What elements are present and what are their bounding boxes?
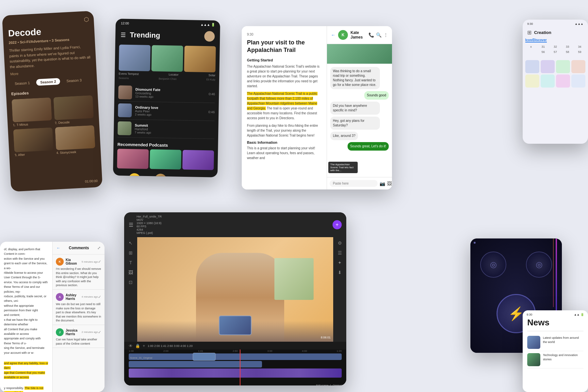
chat-input[interactable] [330, 180, 378, 187]
grid-num-x: x [525, 44, 537, 49]
timeline-timecode: 1:00 2:00 1:41 2:60 3:00 4:00 1:20 [148, 344, 193, 348]
next-button[interactable]: ⏭ [145, 176, 151, 177]
grid-num-33: 33 [562, 44, 573, 49]
neon-line-2 [553, 238, 554, 307]
grid-icon: ⊞ [527, 29, 531, 36]
icon-cell-2[interactable] [541, 60, 555, 73]
video-download-icon[interactable]: ⬇ [338, 270, 342, 275]
hamburger-icon[interactable]: ☰ [121, 31, 126, 39]
video-layers-icon[interactable]: ☰ [338, 250, 342, 255]
now-playing-title: Book the First [169, 176, 196, 177]
lightning-icon: ⚡ [508, 306, 524, 321]
episode-1[interactable]: 1. T-Minus [12, 97, 52, 127]
comment-2-check[interactable]: ✓ [98, 295, 101, 299]
icon-cell-8[interactable] [571, 74, 585, 88]
play-pause-button[interactable]: ⏸ [128, 173, 140, 177]
creation-tabs: Icon/Discover [523, 38, 588, 42]
back-button[interactable]: ← [331, 32, 335, 38]
video-effects-icon[interactable]: ✦ [338, 260, 342, 265]
icon-cell-4[interactable] [571, 60, 585, 73]
music-featured-grid [115, 44, 220, 73]
creation-title: Creation [534, 30, 551, 35]
document-content: of, display, and perform that Content in… [0, 242, 52, 392]
video-track-2[interactable] [129, 361, 262, 368]
chat-msg-2: Sounds good [364, 91, 389, 100]
icon-cell-5[interactable] [525, 74, 539, 88]
icon-cell-3[interactable] [556, 60, 570, 73]
comments-title: Comments [69, 246, 89, 250]
episode-4[interactable]: 4. Stonycreek [55, 125, 95, 155]
video-cursor-icon[interactable]: ↖ [129, 240, 133, 246]
chat-msg-4: Hey, got any plans for Saturday? [330, 117, 380, 130]
camera-control-1[interactable]: ◎ [480, 252, 506, 278]
track-item-1[interactable]: Dismount Fate Grouseling 13 weeks ago 0:… [118, 83, 215, 103]
attachment-icon[interactable]: 🖼 [387, 181, 392, 186]
podcast-thumb-1[interactable] [117, 149, 149, 169]
comment-3-check[interactable]: ✓ [98, 330, 101, 335]
season-1-tab[interactable]: Season 1 [11, 79, 34, 87]
video-menu-icon[interactable]: ☰ [129, 222, 133, 228]
user-avatar[interactable] [204, 31, 215, 42]
video-track-1[interactable]: Scene_01_Original [129, 353, 342, 360]
search-icon[interactable]: 🔍 [376, 32, 382, 38]
grid-num-34: 34 [574, 44, 585, 49]
chat-avatar: K [338, 30, 348, 40]
phone-icon[interactable]: 📞 [368, 32, 374, 38]
video-right-panel: ⚙ ☰ ✦ ⬇ [333, 237, 346, 342]
cast-icon[interactable]: ⬡ [84, 16, 89, 23]
track-item-3[interactable]: Summit Hansford 7 weeks ago [118, 119, 215, 139]
camera-icon[interactable]: 📷 [380, 181, 385, 186]
icon-cell-1[interactable] [525, 60, 539, 73]
more-link[interactable]: More [10, 68, 91, 76]
news-item-1[interactable]: Latest updates from around the world [527, 334, 583, 351]
episode-2[interactable]: 2. Decode [53, 95, 94, 125]
video-text-icon[interactable]: T [129, 260, 132, 265]
track-item-2[interactable]: Ordinary love Aura Peer 2 weeks ago 0:46 [118, 101, 215, 121]
timeline-lock-icon[interactable]: 🔒 [135, 344, 140, 348]
season-2-tab[interactable]: Season 2 [36, 78, 60, 86]
timeline-playhead[interactable] [240, 350, 240, 385]
video-image-icon[interactable]: 🖼 [128, 270, 133, 275]
comment-3-time: 2 minutes ago [82, 331, 98, 334]
chat-header: ← K Kate James 📞 🔍 ⋮ [327, 26, 392, 44]
audio-track-1[interactable] [129, 368, 342, 378]
video-thumbnail-strip[interactable] [219, 316, 252, 335]
comments-back-button[interactable]: ← [57, 246, 60, 250]
comment-1-check[interactable]: ✓ [98, 259, 101, 264]
news-time: 9:30 [527, 313, 532, 316]
featured-thumb-2[interactable] [151, 45, 183, 72]
chat-action-icons: 📞 🔍 ⋮ [368, 32, 388, 38]
video-add-button[interactable]: + [333, 220, 342, 229]
episode-3[interactable]: 3. After [13, 127, 54, 157]
news-signal: ▲▲ 🔋 [574, 313, 584, 316]
icon-cell-7[interactable] [556, 74, 570, 88]
prev-button[interactable]: ⏮ [118, 176, 123, 177]
comment-1-header: K Kia Gibson 5 minutes ago ✓ [56, 258, 101, 266]
video-clip-thumb [193, 353, 216, 361]
featured-thumb-1[interactable] [119, 44, 150, 71]
news-device: 9:30 ▲▲ 🔋 News Latest updates from aroun… [523, 310, 588, 392]
chat-input-area: 📷 🖼 [327, 177, 392, 189]
episode-1-label: 1. T-Minus [13, 121, 52, 127]
icon-cell-6[interactable] [541, 74, 555, 88]
timeline-zoom-icon[interactable]: + [143, 344, 145, 348]
video-crop-icon[interactable]: ⊡ [129, 280, 133, 285]
more-options-icon[interactable]: ⋮ [384, 32, 388, 38]
commenter-3-name: Jessica Harris [66, 329, 82, 336]
season-3-tab[interactable]: Season 3 [62, 77, 86, 85]
video-add-clip-icon[interactable]: ⊞ [129, 250, 133, 255]
video-settings-icon[interactable]: ⚙ [338, 240, 342, 246]
podcast-thumb-3[interactable] [182, 150, 214, 170]
timeline-eye-icon[interactable]: 👁 [129, 344, 133, 348]
news-item-2[interactable]: Technology and innovation stories [527, 351, 583, 368]
featured-thumb-3[interactable] [184, 46, 216, 73]
news-thumb-1 [527, 336, 540, 349]
camera-control-2[interactable]: ◎ [526, 252, 552, 278]
track-name-2: Locator [169, 73, 178, 76]
expand-icon[interactable]: ⤢ [97, 246, 101, 250]
tab-icon-discover[interactable]: Icon/Discover [525, 38, 547, 42]
grid-num-31: 31 [537, 44, 549, 49]
podcast-thumb-2[interactable] [150, 149, 181, 170]
track-info-1: Dismount Fate Grouseling 13 weeks ago [135, 87, 209, 99]
track-thumb-1 [118, 85, 132, 99]
